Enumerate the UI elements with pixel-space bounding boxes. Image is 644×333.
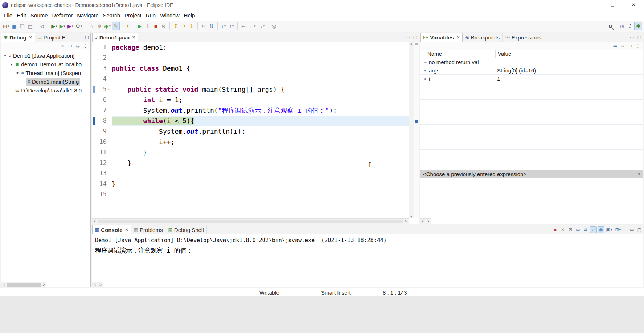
drop-to-frame-icon[interactable]: ↩ xyxy=(200,22,208,30)
code-text[interactable]: package demo1; xyxy=(112,42,409,53)
code-text[interactable]: i++; xyxy=(112,137,409,147)
annotation-ruler[interactable] xyxy=(92,53,96,63)
maximize-view-icon[interactable]: ▢ xyxy=(637,35,641,40)
resume-icon[interactable]: ▶ xyxy=(136,22,144,30)
scroll-up-icon[interactable]: ∧ xyxy=(409,42,414,46)
step-into-icon[interactable]: ↧ xyxy=(172,22,180,30)
column-header-name[interactable]: Name xyxy=(420,50,496,58)
dropdown-arrow-icon[interactable]: ▾ xyxy=(224,24,226,28)
menu-window[interactable]: Window xyxy=(158,11,181,20)
code-editor[interactable]: 1package demo1;23public class Demo1 {45∘… xyxy=(92,42,409,218)
step-return-icon[interactable]: ↥ xyxy=(188,22,196,30)
mark-occurrences-icon[interactable]: ✎ xyxy=(112,22,120,30)
close-tab-icon[interactable]: ✕ xyxy=(125,228,128,232)
dropdown-arrow-icon[interactable]: ▾ xyxy=(611,228,612,232)
menu-run[interactable]: Run xyxy=(144,11,158,20)
editor-horizontal-scrollbar[interactable]: < > xyxy=(92,218,409,224)
menu-help[interactable]: Help xyxy=(182,11,197,20)
scroll-left-icon[interactable]: < xyxy=(420,219,425,223)
code-text[interactable]: while(i < 5){ xyxy=(112,116,409,126)
open-perspective-icon[interactable]: ⊞ xyxy=(618,22,626,30)
show-type-names-icon[interactable]: ≔ xyxy=(612,43,619,49)
terminate-icon[interactable]: ■ xyxy=(552,226,559,233)
overview-ruler[interactable] xyxy=(414,42,419,218)
menu-project[interactable]: Project xyxy=(122,11,144,20)
code-text[interactable]: System.out.println(i); xyxy=(112,126,409,137)
code-text[interactable]: public class Demo1 { xyxy=(112,63,409,74)
dropdown-arrow-icon[interactable]: ▾ xyxy=(254,24,256,28)
annotation-ruler[interactable] xyxy=(92,95,96,105)
scroll-right-icon[interactable]: > xyxy=(41,283,46,287)
menu-navigate[interactable]: Navigate xyxy=(75,11,101,20)
annotation-ruler[interactable] xyxy=(92,168,96,179)
scroll-down-icon[interactable]: ∨ xyxy=(409,215,414,218)
dropdown-arrow-icon[interactable]: ▾ xyxy=(619,228,621,232)
annotation-ruler[interactable] xyxy=(92,158,96,168)
overview-annotation-marker[interactable] xyxy=(415,43,418,45)
close-tab-icon[interactable]: ✕ xyxy=(29,35,32,40)
coverage-icon[interactable]: ▶▾ xyxy=(66,22,74,30)
tree-item-thread-main-suspen[interactable]: ▾≈Thread [main] (Suspen xyxy=(1,68,90,77)
close-tab-icon[interactable]: ✕ xyxy=(456,35,460,40)
open-console-icon[interactable]: ⊞▾ xyxy=(614,226,622,233)
code-text[interactable]: public static void main(String[] args) { xyxy=(112,84,409,95)
use-step-filters-icon[interactable]: ⇅ xyxy=(208,22,216,30)
scrollbar-thumb[interactable] xyxy=(7,283,41,287)
annotation-ruler[interactable] xyxy=(92,105,96,116)
annotation-ruler[interactable] xyxy=(92,189,96,200)
dropdown-arrow-icon[interactable]: ▾ xyxy=(81,24,82,28)
expander-icon[interactable]: ▾ xyxy=(9,62,14,66)
variable-row[interactable]: ●argsString[0] (id=16) xyxy=(420,66,643,75)
tab-debug[interactable]: ✱Debug✕ xyxy=(1,33,35,42)
close-button[interactable]: ✕ xyxy=(623,0,644,10)
scroll-lock-icon[interactable]: ⇊ xyxy=(582,226,589,233)
scroll-left-icon[interactable]: < xyxy=(92,219,97,223)
menu-source[interactable]: Source xyxy=(28,11,50,20)
tab-demo1-java[interactable]: J Demo1.java ✕ xyxy=(92,33,138,42)
menu-file[interactable]: File xyxy=(1,11,15,20)
scroll-right-icon[interactable]: > xyxy=(426,219,431,223)
open-search-icon[interactable]: ✦ xyxy=(124,22,132,30)
debug-horizontal-scrollbar[interactable]: < > xyxy=(1,282,46,287)
run-icon[interactable]: ▶▾ xyxy=(58,22,66,30)
save-icon[interactable]: ▣ xyxy=(10,22,18,30)
tree-item-demo1-java-application[interactable]: ▾JDemo1 [Java Application] xyxy=(1,51,90,60)
dropdown-arrow-icon[interactable]: ▾ xyxy=(263,24,265,28)
annotation-ruler[interactable] xyxy=(92,179,96,189)
annotation-ruler[interactable] xyxy=(92,74,96,84)
suspend-icon[interactable]: ‖ xyxy=(144,22,152,30)
new-wizard-icon[interactable]: ⊞▾ xyxy=(2,22,10,30)
expression-bar[interactable]: <Choose a previously entered expression>… xyxy=(420,170,643,178)
maximize-view-icon[interactable]: ▢ xyxy=(413,35,417,40)
code-text[interactable]: } xyxy=(112,179,409,189)
tab-problems[interactable]: ▦Problems xyxy=(131,225,166,234)
java-perspective-icon[interactable]: J xyxy=(626,22,634,30)
tab-console[interactable]: ▥Console✕ xyxy=(92,225,131,234)
save-all-icon[interactable]: ❏ xyxy=(18,22,26,30)
scrollbar-thumb[interactable] xyxy=(98,220,403,223)
menu-refactor[interactable]: Refactor xyxy=(50,11,75,20)
maximize-button[interactable]: □ xyxy=(602,0,623,10)
fold-marker-icon[interactable]: ∘ xyxy=(108,84,112,95)
console-horizontal-scrollbar[interactable]: < > xyxy=(92,282,103,287)
code-text[interactable] xyxy=(112,189,409,200)
annotation-ruler[interactable] xyxy=(92,147,96,158)
annotation-ruler[interactable] xyxy=(92,42,96,53)
code-text[interactable]: System.out.println("程序调试演示，注意观察 i 的值："); xyxy=(112,105,409,116)
dropdown-arrow-icon[interactable]: ▾ xyxy=(56,24,57,28)
dropdown-arrow-icon[interactable]: ▾ xyxy=(109,24,111,28)
overview-instruction-pointer-marker[interactable] xyxy=(415,120,418,123)
debug-icon[interactable]: ▶▾ xyxy=(50,22,58,30)
variable-row[interactable]: ⇒no method return val xyxy=(420,58,643,66)
clear-console-icon[interactable]: ▭ xyxy=(575,226,582,233)
expander-icon[interactable]: ▾ xyxy=(15,71,20,75)
previous-annotation-icon[interactable]: ↑▾ xyxy=(227,22,235,30)
annotation-ruler[interactable] xyxy=(92,84,96,95)
close-tab-icon[interactable]: ✕ xyxy=(132,35,135,40)
next-annotation-icon[interactable]: ↓▾ xyxy=(220,22,227,30)
tree-item-d-develop-java-jdk1-8-0[interactable]: ▤D:\Develop\Java\jdk1.8.0 xyxy=(1,86,90,95)
remove-launch-icon[interactable]: ✕ xyxy=(559,226,566,233)
minimize-view-icon[interactable]: ▭ xyxy=(77,35,81,40)
word-wrap-icon[interactable]: ↵ xyxy=(590,226,597,233)
view-menu-icon[interactable]: ⋮ xyxy=(635,43,641,49)
